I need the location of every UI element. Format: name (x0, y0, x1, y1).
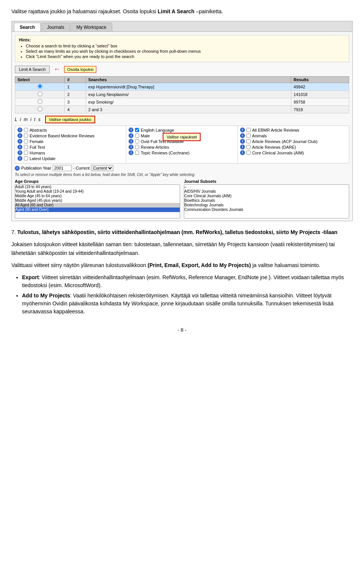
limit-checkbox[interactable] (135, 128, 139, 132)
limit-checkbox[interactable] (24, 145, 28, 149)
bullet-item: Add to My Projects: Vaatii henkilökohtai… (22, 292, 353, 316)
body-para2-text: Valittuasi viitteet siirry näytön yläreu… (11, 262, 147, 268)
limit-checkbox[interactable] (24, 128, 28, 132)
limit-info-icon[interactable]: i (240, 145, 245, 149)
pub-year-to-select[interactable]: Current (91, 165, 113, 171)
body-bullet-list: Export: Viitteet siirretään viitteidenha… (22, 274, 353, 316)
limit-label: Article Reviews (DARE) (252, 145, 296, 149)
journal-subsets-select[interactable]: –AIDS/HIV JournalsCore Clinical Journals… (184, 184, 349, 219)
note-text: To select or remove multiple items from … (15, 173, 349, 177)
age-groups-section: Age Groups Adult (19 to 44 years)Young A… (15, 179, 180, 219)
intro-bold: Limit A Search (158, 8, 195, 14)
limit-label: Abstracts (30, 128, 47, 132)
body-para1: Jokaisen tulosjoukon viitteet käsitellää… (11, 240, 353, 257)
hint-item-3: Click "Limit Search" when you are ready … (26, 54, 345, 59)
search-cell: 2 and 3 (86, 106, 291, 113)
select-cell[interactable] (15, 106, 65, 113)
limit-info-icon[interactable]: i (240, 139, 245, 144)
pub-year-info-icon[interactable]: i (15, 166, 20, 171)
select-cell[interactable] (15, 98, 65, 106)
limit-checkbox[interactable] (24, 156, 28, 160)
limit-info-icon[interactable]: i (17, 139, 22, 144)
rajattava-joukko-button[interactable]: Valitse rajattava joukko (45, 116, 95, 123)
select-cell[interactable] (15, 83, 65, 91)
col-results: Results (291, 77, 349, 83)
limit-btn-row: Limit A Search ← Osoita lopuksi (15, 65, 349, 73)
limit-checkbox[interactable] (24, 151, 28, 155)
bullet-text: : Viitteet siirretään viitteidenhallinta… (22, 274, 344, 288)
age-groups-select[interactable]: Adult (19 to 44 years)Young Adult and Ad… (15, 184, 180, 219)
limits-col-3: i All EBMR Article Reviews i Animals i A… (238, 126, 349, 163)
limit-item-col1: i Abstracts (17, 127, 124, 132)
section7-number: 7. (11, 229, 16, 235)
tab-bar: Search Journals My Workspace (12, 21, 352, 32)
num-cell: 1 (65, 83, 86, 91)
limit-info-icon[interactable]: i (17, 150, 22, 155)
limit-checkbox[interactable] (246, 145, 251, 149)
pub-year-label: Publication Year (21, 166, 51, 170)
limit-checkbox[interactable] (246, 151, 251, 155)
limit-info-icon[interactable]: i (129, 150, 133, 155)
limit-item-col1: i Latest Update (17, 156, 124, 161)
limit-info-icon[interactable]: i (129, 127, 133, 132)
num-cell: 4 (65, 106, 86, 113)
age-groups-label: Age Groups (15, 179, 180, 184)
limit-checkbox[interactable] (135, 139, 139, 143)
limit-checkbox[interactable] (246, 134, 251, 138)
limit-item-col2: i Topic Reviews (Cochrane) (129, 150, 235, 155)
limit-label: Article Reviews (ACP Journal Club) (252, 139, 318, 144)
limit-item-col2: i English Language (129, 127, 235, 132)
limits-header: L i m i t s Valitse rajattava joukko (15, 116, 349, 123)
select-radio[interactable] (38, 84, 42, 89)
lists-row: Age Groups Adult (19 to 44 years)Young A… (15, 179, 349, 219)
body-para2-bold: (Print, Email, Export, Add to My Project… (147, 262, 251, 268)
hints-list: Choose a search to limit by clicking a "… (26, 44, 345, 59)
limits-col-1: i Abstracts i Evidence Based Medicine Re… (15, 126, 126, 163)
limit-label: English Language (141, 128, 174, 132)
table-row: 4 2 and 3 7918 (15, 106, 349, 113)
select-cell[interactable] (15, 91, 65, 98)
intro-line2: –painiketta. (195, 8, 223, 14)
limit-item-col3: i All EBMR Article Reviews (240, 127, 347, 132)
limit-checkbox[interactable] (24, 134, 28, 138)
arrow-right-icon: ← (53, 65, 60, 73)
tab-journals[interactable]: Journals (41, 23, 70, 31)
select-radio[interactable] (38, 91, 42, 96)
intro-text: Valitse rajattava joukko ja haluamasi ra… (11, 8, 353, 16)
limit-item-col1: i Full Text (17, 145, 124, 149)
search-cell: exp Hypertension/dt [Drug Therapy] (86, 83, 291, 91)
select-radio[interactable] (38, 99, 42, 104)
table-row: 3 exp Smoking/ 99758 (15, 98, 349, 106)
limit-info-icon[interactable]: i (129, 145, 133, 149)
limit-info-icon[interactable]: i (17, 156, 22, 161)
select-radio[interactable] (38, 107, 42, 112)
limit-info-icon[interactable]: i (17, 127, 22, 132)
limit-info-icon[interactable]: i (17, 133, 22, 138)
limit-checkbox[interactable] (135, 134, 139, 138)
limit-info-icon[interactable]: i (240, 127, 245, 132)
limit-info-icon[interactable]: i (17, 145, 22, 149)
limit-info-icon[interactable]: i (129, 133, 133, 138)
limit-label: Full Text (30, 145, 45, 149)
results-cell: 49942 (291, 83, 349, 91)
limit-info-icon[interactable]: i (240, 133, 245, 138)
limit-a-search-button[interactable]: Limit A Search (15, 66, 50, 73)
limit-checkbox[interactable] (246, 139, 251, 143)
limit-checkbox[interactable] (135, 145, 139, 149)
limit-checkbox[interactable] (24, 139, 28, 143)
searches-table: Select # Searches Results 1 exp Hyperten… (15, 76, 349, 113)
num-cell: 2 (65, 91, 86, 98)
limit-checkbox[interactable] (246, 128, 251, 132)
limit-label: Evidence Based Medicine Reviews (30, 134, 94, 138)
bullet-label: Add to My Projects (22, 292, 70, 299)
limits-grid: i Abstracts i Evidence Based Medicine Re… (15, 126, 349, 164)
limit-info-icon[interactable]: i (240, 150, 245, 155)
tab-search[interactable]: Search (14, 23, 41, 31)
limit-info-icon[interactable]: i (129, 139, 133, 144)
pub-year-from-input[interactable] (53, 165, 72, 171)
limit-checkbox[interactable] (135, 151, 139, 155)
tab-workspace[interactable]: My Workspace (71, 23, 112, 31)
limit-label: Core Clinical Journals (AIM) (252, 151, 304, 155)
col-num: # (65, 77, 86, 83)
limit-item-col3: i Article Reviews (DARE) (240, 145, 347, 149)
